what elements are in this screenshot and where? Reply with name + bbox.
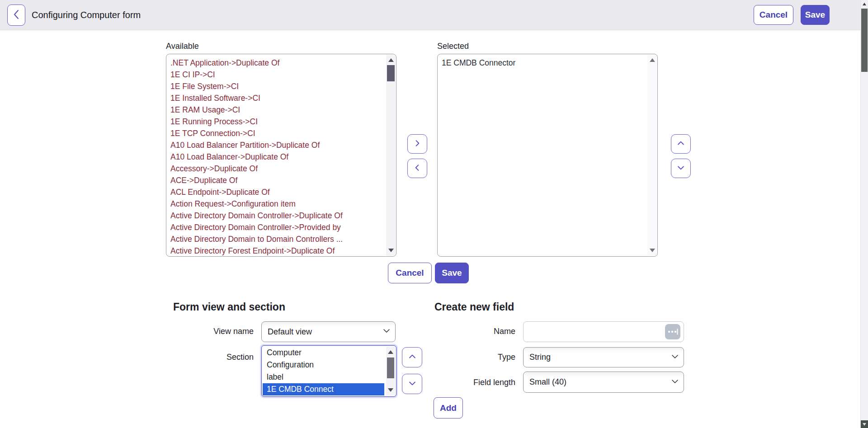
add-button[interactable]: Add	[434, 397, 463, 419]
scroll-down-icon[interactable]	[861, 420, 868, 428]
section-move-up-button[interactable]	[402, 347, 422, 367]
list-item[interactable]: A10 Load Balancer Partition->Duplicate O…	[170, 139, 384, 151]
list-item[interactable]: ACL Endpoint->Duplicate Of	[170, 186, 384, 198]
section-move-down-button[interactable]	[402, 374, 422, 394]
header-cancel-button[interactable]: Cancel	[754, 5, 793, 25]
scroll-down-icon[interactable]	[386, 246, 396, 255]
list-item[interactable]: 1E CMDB Connect	[263, 383, 384, 395]
field-length-select[interactable]: Small (40)	[523, 372, 684, 393]
page-title: Configuring Computer form	[32, 0, 141, 30]
back-button[interactable]	[7, 5, 25, 26]
move-right-button[interactable]	[407, 134, 427, 154]
chevron-right-icon	[413, 139, 422, 150]
section-listbox[interactable]: ComputerConfigurationlabel1E CMDB Connec…	[261, 345, 396, 397]
move-up-button[interactable]	[671, 134, 691, 154]
list-item[interactable]: 1E Running Process->CI	[170, 116, 384, 127]
name-label: Name	[425, 327, 515, 336]
list-item[interactable]: 1E Installed Software->CI	[170, 92, 384, 104]
slushbucket-cancel-button[interactable]: Cancel	[388, 263, 432, 283]
chevron-left-icon	[13, 9, 20, 21]
available-scrollbar-thumb[interactable]	[387, 65, 395, 81]
move-left-button[interactable]	[407, 159, 427, 178]
list-item[interactable]: Configuration	[263, 359, 384, 371]
name-input[interactable]	[523, 321, 684, 342]
list-item[interactable]: Accessory->Duplicate Of	[170, 163, 384, 174]
chevron-up-icon	[676, 139, 686, 150]
header-save-button[interactable]: Save	[801, 5, 830, 25]
chevron-down-icon	[671, 378, 679, 386]
view-name-label: View name	[163, 327, 254, 336]
selected-scrollbar[interactable]	[647, 55, 657, 256]
scroll-down-icon[interactable]	[386, 386, 395, 395]
scroll-up-icon[interactable]	[386, 56, 396, 65]
type-value: String	[529, 353, 551, 362]
move-down-button[interactable]	[671, 159, 691, 178]
slushbucket-save-button[interactable]: Save	[435, 263, 469, 283]
text-cursor-icon[interactable]	[665, 324, 680, 339]
chevron-down-icon	[671, 353, 679, 362]
header-bar: Configuring Computer form Cancel Save	[0, 0, 860, 30]
section-label: Section	[163, 353, 254, 362]
chevron-down-icon	[382, 328, 391, 336]
chevron-left-icon	[413, 163, 422, 174]
list-item[interactable]: 1E CI IP->CI	[170, 69, 384, 80]
field-length-value: Small (40)	[529, 377, 566, 387]
section-scrollbar[interactable]	[386, 347, 395, 395]
available-list-label: Available	[166, 42, 199, 51]
list-item[interactable]: 1E CMDB Connector	[442, 57, 646, 69]
available-items: .NET Application->Duplicate Of1E CI IP->…	[170, 57, 384, 256]
view-name-value: Default view	[268, 327, 312, 337]
chevron-down-icon	[407, 379, 417, 390]
view-name-select[interactable]: Default view	[261, 321, 396, 342]
scroll-up-icon[interactable]	[861, 0, 868, 8]
list-item[interactable]: Active Directory Domain to Domain Contro…	[170, 233, 384, 245]
list-item[interactable]: Action Request->Configuration item	[170, 198, 384, 210]
create-new-field-heading: Create new field	[434, 301, 514, 313]
section-items: ComputerConfigurationlabel1E CMDB Connec…	[263, 347, 384, 395]
list-item[interactable]: ACE->Duplicate Of	[170, 174, 384, 186]
list-item[interactable]: Active Directory Domain Controller->Prov…	[170, 221, 384, 233]
selected-items: 1E CMDB Connector	[442, 57, 646, 256]
selected-list-label: Selected	[437, 42, 469, 51]
list-item[interactable]: Active Directory Forest Endpoint->Duplic…	[170, 245, 384, 256]
type-label: Type	[425, 353, 515, 362]
list-item[interactable]: A10 Load Balancer->Duplicate Of	[170, 151, 384, 163]
available-listbox[interactable]: .NET Application->Duplicate Of1E CI IP->…	[166, 54, 396, 257]
field-length-label: Field length	[425, 378, 515, 387]
list-item[interactable]: .NET Application->Duplicate Of	[170, 57, 384, 69]
list-item[interactable]: Computer	[263, 347, 384, 359]
scroll-up-icon[interactable]	[647, 56, 657, 65]
scroll-down-icon[interactable]	[647, 246, 657, 255]
list-item[interactable]: 1E RAM Usage->CI	[170, 104, 384, 116]
selected-listbox[interactable]: 1E CMDB Connector	[437, 54, 658, 257]
page-scrollbar[interactable]	[860, 0, 868, 428]
list-item[interactable]: 1E TCP Connection->CI	[170, 127, 384, 139]
page-scrollbar-thumb[interactable]	[861, 9, 868, 72]
chevron-up-icon	[407, 352, 417, 363]
form-view-section-heading: Form view and section	[173, 301, 285, 313]
scroll-up-icon[interactable]	[386, 348, 395, 357]
type-select[interactable]: String	[523, 347, 684, 367]
list-item[interactable]: Active Directory Domain Controller->Dupl…	[170, 210, 384, 221]
list-item[interactable]: 1E File System->CI	[170, 80, 384, 92]
available-scrollbar[interactable]	[386, 55, 396, 256]
section-scrollbar-thumb[interactable]	[387, 357, 394, 378]
list-item[interactable]: label	[263, 371, 384, 383]
chevron-down-icon	[676, 163, 686, 174]
